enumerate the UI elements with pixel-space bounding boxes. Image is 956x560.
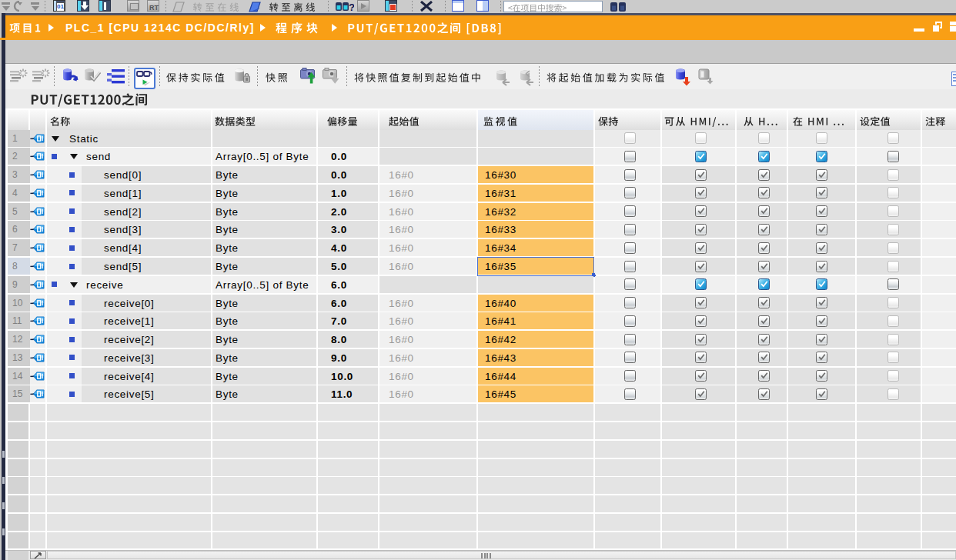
svg-text:?: ?	[349, 2, 354, 12]
